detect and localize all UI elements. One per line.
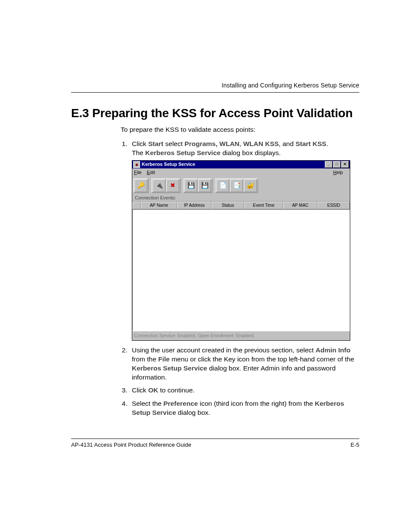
step-text: to continue.	[158, 386, 194, 394]
footer-rule	[71, 439, 359, 439]
footer-doc-title: AP-4131 Access Point Product Reference G…	[71, 442, 351, 448]
connect-icon[interactable]: 🔌	[153, 179, 165, 192]
header-rule	[71, 92, 359, 93]
preference-icon[interactable]: 📄	[216, 179, 229, 192]
step-text: Click	[132, 386, 148, 394]
disconnect-icon[interactable]: ✖	[166, 179, 179, 192]
step-list: Click Start select Programs, WLAN, WLAN …	[121, 140, 359, 417]
step-text: menu or click the Key icon from the top …	[170, 355, 354, 363]
step-bold: Kerberos Setup Service	[145, 149, 221, 156]
step-2: Using the user account created in the pr…	[129, 346, 359, 382]
menu-help[interactable]: Help	[333, 169, 343, 176]
step-bold: WLAN KSS	[243, 140, 279, 147]
step-bold: File	[158, 355, 170, 363]
step-text: , and	[279, 140, 296, 147]
maximize-button[interactable]: □	[333, 161, 341, 168]
running-header: Installing and Configuring Kerberos Setu…	[71, 82, 359, 89]
step-text: dialog box.	[176, 409, 210, 416]
step-text: Select the	[132, 400, 163, 407]
step-bold: Start	[148, 140, 163, 147]
step-text: Click	[132, 140, 148, 147]
step-4: Select the Preference icon (third icon f…	[129, 399, 359, 417]
status-bar: Connection Service: Enabled. Open Enroll…	[132, 331, 350, 340]
lock-page-icon[interactable]: 🔐	[244, 179, 257, 192]
col-head-status[interactable]: Status	[212, 202, 244, 209]
table-header: AP Name IP Address Status Event Time AP …	[132, 201, 350, 209]
step-text: from the	[132, 355, 158, 363]
close-button[interactable]: ✕	[341, 161, 349, 168]
step-text: dialog box displays.	[221, 149, 281, 156]
section-heading: E.3 Preparing the KSS for Access Point V…	[71, 106, 359, 120]
title-bar: ◆ Kerberos Setup Service _ □ ✕	[132, 161, 350, 168]
menu-edit[interactable]: Edit	[147, 169, 155, 176]
page-footer: AP-4131 Access Point Product Reference G…	[71, 439, 359, 448]
col-head-apmac[interactable]: AP MAC	[283, 202, 318, 209]
save-down-icon[interactable]: 💾	[198, 179, 211, 192]
step-3: Click OK to continue.	[129, 386, 359, 395]
menu-bar: File Edit Help	[132, 168, 350, 177]
step-bold: OK	[148, 386, 158, 394]
step-text: The	[132, 149, 145, 156]
col-head-eventtime[interactable]: Event Time	[244, 202, 283, 209]
kss-window: ◆ Kerberos Setup Service _ □ ✕ File Edit…	[132, 160, 350, 341]
col-head-blank[interactable]	[132, 202, 141, 209]
footer-page-number: E-5	[351, 442, 359, 448]
step-bold: Start KSS	[296, 140, 327, 147]
step-bold: Kerberos Setup Service	[132, 364, 207, 372]
connection-events-label: Connection Events:	[132, 194, 350, 202]
step-bold: Admin Info	[316, 346, 351, 354]
page-icon[interactable]: 📑	[230, 179, 243, 192]
step-text: select	[163, 140, 184, 147]
step-1: Click Start select Programs, WLAN, WLAN …	[129, 140, 359, 341]
step-text: Using the user account created in the pr…	[132, 346, 316, 354]
menu-file[interactable]: File	[134, 169, 142, 176]
col-head-essid[interactable]: ESSID	[318, 202, 350, 209]
step-text: icon (third icon from the right) from th…	[198, 400, 314, 407]
app-icon: ◆	[133, 161, 140, 168]
col-head-ip[interactable]: IP Address	[177, 202, 212, 209]
key-icon[interactable]: 🔑	[134, 179, 147, 192]
step-bold: Programs, WLAN	[184, 140, 239, 147]
save-up-icon[interactable]: 💾	[184, 179, 197, 192]
section-intro: To prepare the KSS to validate access po…	[121, 125, 359, 134]
toolbar: 🔑 🔌 ✖ 💾 💾 📄 📑 🔐	[132, 177, 350, 194]
minimize-button[interactable]: _	[325, 161, 333, 168]
event-list[interactable]	[132, 209, 350, 331]
step-text: .	[326, 140, 328, 147]
step-bold: Preference	[163, 400, 198, 407]
window-title: Kerberos Setup Service	[142, 161, 324, 168]
col-head-apname[interactable]: AP Name	[141, 202, 177, 209]
